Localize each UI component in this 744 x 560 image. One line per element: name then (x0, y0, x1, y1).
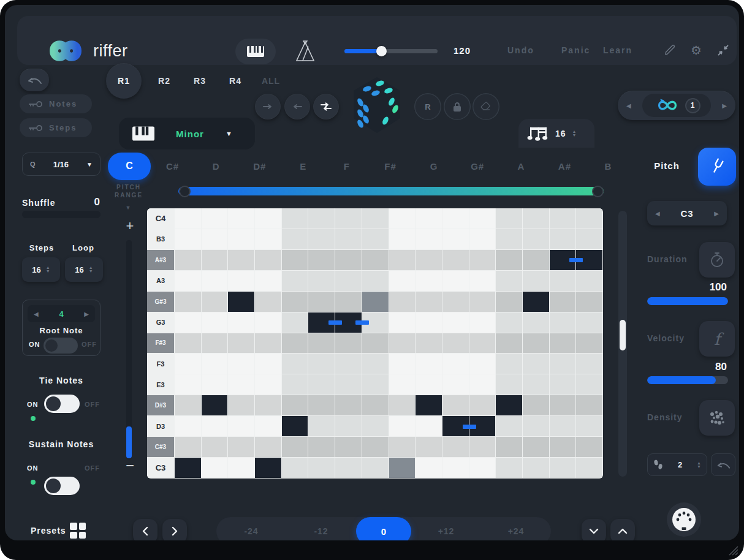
grid-cell-a3-14[interactable] (523, 271, 549, 291)
grid-cell-fsharp3-1[interactable] (175, 333, 201, 354)
grid-cell-gsharp3-13[interactable] (496, 292, 522, 312)
grid-cell-dsharp3-12[interactable] (469, 395, 496, 415)
grid-cell-d3-16[interactable] (576, 416, 602, 436)
grid-cell-asharp3-3[interactable] (228, 250, 254, 270)
shuffle-slider[interactable] (22, 211, 101, 218)
note-option-d[interactable]: D (194, 161, 238, 172)
grid-cell-d3-6[interactable] (308, 416, 335, 436)
grid-cell-c3-1[interactable] (175, 458, 201, 478)
note-option-e[interactable]: E (281, 161, 325, 172)
grid-cell-c4-2[interactable] (202, 208, 228, 229)
riff-tab-r2[interactable]: R2 (151, 76, 178, 86)
grid-cell-gsharp3-4[interactable] (255, 292, 281, 312)
transpose-option-plus24[interactable]: +24 (481, 526, 551, 536)
grid-cell-fsharp3-9[interactable] (389, 333, 416, 354)
grid-cell-csharp3-6[interactable] (308, 437, 335, 457)
grid-cell-a3-7[interactable] (335, 271, 362, 291)
scale-selector[interactable]: Minor ▼ (119, 118, 255, 149)
grid-cell-a3-6[interactable] (308, 271, 335, 291)
pitch-range-handle-low[interactable] (179, 186, 191, 197)
grid-cell-c4-4[interactable] (255, 208, 281, 229)
grid-cell-b3-12[interactable] (469, 229, 496, 249)
grid-cell-asharp3-5[interactable] (282, 250, 308, 270)
grid-cell-c3-10[interactable] (416, 458, 442, 478)
grid-cell-gsharp3-8[interactable] (362, 292, 389, 312)
lock-button[interactable] (444, 93, 471, 120)
grid-cell-c3-15[interactable] (550, 458, 576, 478)
grid-cell-gsharp3-9[interactable] (389, 292, 416, 312)
grid-cell-c4-6[interactable] (308, 208, 335, 229)
grid-cell-g3-4[interactable] (255, 312, 281, 333)
grid-cell-asharp3-2[interactable] (202, 250, 228, 270)
grid-cell-dsharp3-1[interactable] (175, 395, 201, 415)
grid-cell-dsharp3-8[interactable] (362, 395, 389, 415)
grid-cell-csharp3-14[interactable] (523, 437, 549, 457)
grid-cell-b3-13[interactable] (496, 229, 522, 249)
resize-arrows-icon[interactable] (716, 44, 730, 57)
grid-cell-g3-5[interactable] (282, 312, 308, 333)
loop-stepper[interactable]: 16 ▲▼ (65, 257, 103, 282)
riff-tab-r1[interactable]: R1 (106, 63, 142, 99)
grid-cell-csharp3-7[interactable] (335, 437, 362, 457)
grid-cell-fsharp3-14[interactable] (523, 333, 549, 354)
keyboard-toggle-button[interactable] (235, 39, 276, 64)
grid-cell-b3-16[interactable] (576, 229, 602, 249)
grid-cell-d3-10[interactable] (416, 416, 442, 436)
tempo-slider-track[interactable] (344, 49, 438, 53)
grid-cell-e3-11[interactable] (442, 374, 469, 395)
base-note-next-button[interactable]: ▶ (714, 210, 719, 217)
grid-cell-gsharp3-10[interactable] (416, 292, 442, 312)
presets-grid-button[interactable] (70, 523, 86, 539)
grid-cell-c4-8[interactable] (362, 208, 389, 229)
velocity-slider[interactable] (647, 376, 728, 384)
grid-cell-c3-6[interactable] (308, 458, 335, 478)
note-option-f[interactable]: F (325, 161, 368, 172)
grid-cell-e3-2[interactable] (202, 374, 228, 395)
grid-cell-g3-16[interactable] (576, 312, 602, 333)
grid-cell-e3-16[interactable] (576, 374, 602, 395)
velocity-randomize-button[interactable]: f (699, 321, 735, 357)
grid-cell-b3-6[interactable] (308, 229, 335, 249)
eraser-button[interactable] (473, 93, 499, 120)
grid-cell-c3-5[interactable] (282, 458, 308, 478)
grid-cell-e3-6[interactable] (308, 374, 335, 395)
grid-cell-g3-15[interactable] (550, 312, 576, 333)
transpose-option-minus12[interactable]: -12 (286, 526, 356, 536)
repeat-next-button[interactable]: ▶ (722, 102, 727, 109)
grid-cell-csharp3-11[interactable] (442, 437, 469, 457)
base-note-prev-button[interactable]: ◀ (655, 210, 660, 217)
grid-cell-asharp3-4[interactable] (255, 250, 281, 270)
grid-cell-csharp3-4[interactable] (255, 437, 281, 457)
learn-button[interactable]: Learn (603, 45, 632, 55)
grid-cell-c4-16[interactable] (576, 208, 602, 229)
grid-cell-fsharp3-7[interactable] (335, 333, 362, 354)
grid-cell-csharp3-12[interactable] (469, 437, 496, 457)
grid-cell-dsharp3-16[interactable] (576, 395, 602, 415)
panic-button[interactable]: Panic (561, 45, 590, 55)
grid-cell-g3-13[interactable] (496, 312, 522, 333)
preset-next-button[interactable] (162, 519, 187, 540)
grid-cell-asharp3-10[interactable] (416, 250, 442, 270)
grid-cell-a3-11[interactable] (442, 271, 469, 291)
resize-grip[interactable] (726, 543, 740, 558)
riff-tab-all[interactable]: ALL (257, 76, 284, 86)
grid-cell-csharp3-16[interactable] (576, 437, 602, 457)
riff-tab-r3[interactable]: R3 (186, 76, 213, 86)
grid-cell-asharp3-12[interactable] (469, 250, 496, 270)
shift-right-button[interactable] (255, 94, 281, 119)
grid-cell-asharp3-14[interactable] (523, 250, 549, 270)
grid-cell-gsharp3-12[interactable] (469, 292, 496, 312)
grid-cell-b3-1[interactable] (175, 229, 201, 249)
grid-cell-f3-1[interactable] (175, 354, 201, 374)
grid-cell-fsharp3-4[interactable] (255, 333, 281, 354)
grid-cell-asharp3-13[interactable] (496, 250, 522, 270)
grid-cell-e3-5[interactable] (282, 374, 308, 395)
walk-steps-stepper[interactable]: 2 ▲▼ (647, 453, 707, 476)
grid-cell-d3-2[interactable] (202, 416, 228, 436)
note-option-gsharp[interactable]: G# (456, 161, 499, 172)
swap-arrows-button[interactable] (313, 94, 339, 119)
grid-cell-fsharp3-5[interactable] (282, 333, 308, 354)
grid-cell-a3-13[interactable] (496, 271, 522, 291)
pitch-range-slider[interactable] (178, 187, 604, 195)
grid-cell-f3-11[interactable] (442, 354, 469, 374)
